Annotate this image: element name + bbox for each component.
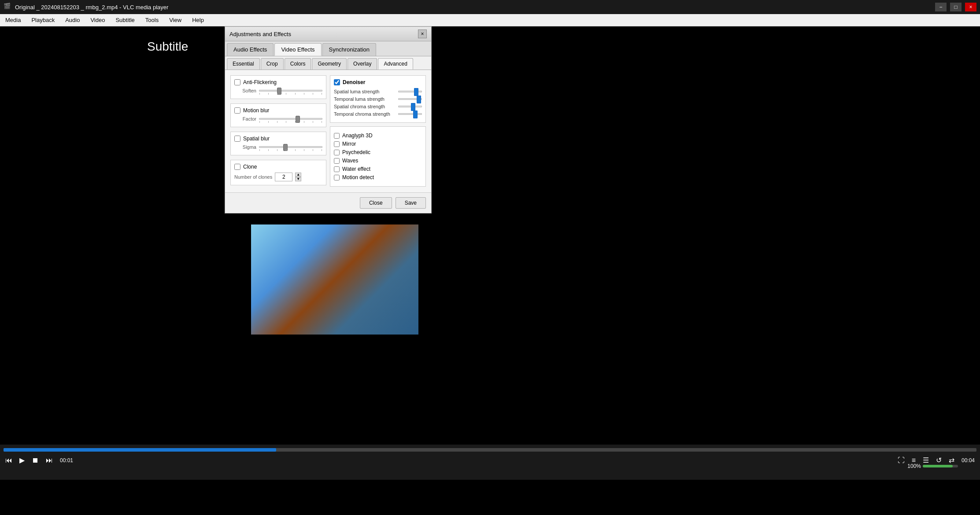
progress-bar-fill — [4, 448, 276, 452]
minimize-button[interactable]: − — [935, 3, 947, 11]
main-area: Subtitle Adjustments and Effects × Audio… — [0, 26, 980, 480]
temporal-chroma-thumb[interactable] — [413, 110, 418, 118]
sub-tab-colors[interactable]: Colors — [285, 58, 311, 70]
menu-subtitle[interactable]: Subtitle — [114, 16, 136, 24]
effects-checkbox-section: Anaglyph 3D Mirror Psychedelic Wave — [330, 126, 426, 187]
spatial-blur-section: Spatial blur Sigma — [230, 132, 326, 155]
maximize-button[interactable]: □ — [950, 3, 962, 11]
volume-fill — [923, 465, 953, 467]
play-button[interactable]: ▶ — [18, 455, 26, 465]
anaglyph-item: Anaglyph 3D — [334, 132, 422, 139]
stop-button[interactable]: ⏹ — [30, 456, 41, 465]
temporal-chroma-track[interactable] — [398, 113, 422, 115]
sigma-slider-row: Sigma — [234, 144, 322, 150]
soften-label: Soften — [234, 88, 256, 93]
denoiser-header: Denoiser — [334, 79, 422, 85]
menu-help[interactable]: Help — [190, 16, 206, 24]
temporal-luma-thumb[interactable] — [417, 96, 421, 103]
spatial-chroma-track[interactable] — [398, 106, 422, 107]
mirror-checkbox[interactable] — [334, 141, 340, 147]
spatial-luma-thumb[interactable] — [414, 88, 418, 96]
denoiser-label: Denoiser — [343, 79, 365, 85]
volume-container: 100% — [907, 463, 958, 469]
clone-section: Clone Number of clones ▲ ▼ — [230, 160, 326, 185]
sub-tab-overlay[interactable]: Overlay — [348, 58, 377, 70]
progress-bar-container[interactable] — [4, 448, 976, 452]
anti-flickering-checkbox[interactable] — [234, 79, 240, 85]
dialog-close-button[interactable]: × — [418, 29, 427, 38]
motion-detect-item: Motion detect — [334, 174, 422, 180]
right-panel: Denoiser Spatial luma strength Temporal … — [330, 75, 426, 187]
denoiser-section: Denoiser Spatial luma strength Temporal … — [330, 75, 426, 123]
vlc-icon: 🎬 — [4, 3, 12, 11]
motion-blur-label: Motion blur — [243, 107, 269, 114]
spinner-up-button[interactable]: ▲ — [295, 173, 301, 177]
anti-flickering-section: Anti-Flickering Soften — [230, 75, 326, 99]
dialog-titlebar: Adjustments and Effects × — [225, 27, 431, 41]
sigma-track[interactable] — [259, 146, 322, 148]
tab-audio-effects[interactable]: Audio Effects — [227, 43, 274, 56]
spatial-chroma-row: Spatial chroma strength — [334, 104, 422, 109]
temporal-luma-track[interactable] — [398, 98, 422, 100]
mirror-item: Mirror — [334, 141, 422, 147]
water-effect-checkbox[interactable] — [334, 166, 340, 172]
menu-view[interactable]: View — [167, 16, 183, 24]
water-effect-label: Water effect — [342, 166, 370, 172]
spatial-chroma-label: Spatial chroma strength — [334, 104, 396, 109]
sub-tab-advanced[interactable]: Advanced — [378, 58, 413, 70]
menu-media[interactable]: Media — [4, 16, 22, 24]
left-panel: Anti-Flickering Soften — [230, 75, 326, 187]
save-button[interactable]: Save — [396, 197, 426, 209]
clone-count-input[interactable] — [275, 173, 292, 181]
controls-bar: ⏮ ▶ ⏹ ⏭ 00:01 ⛶ ≡ ☰ ↺ ⇄ 100% 00:04 — [0, 445, 980, 480]
spinner-down-button[interactable]: ▼ — [295, 177, 301, 181]
temporal-luma-row: Temporal luma strength — [334, 96, 422, 102]
motion-blur-section: Motion blur Factor — [230, 103, 326, 127]
anaglyph-checkbox[interactable] — [334, 133, 340, 139]
menu-playback[interactable]: Playback — [30, 16, 56, 24]
spatial-luma-label: Spatial luma strength — [334, 89, 396, 94]
spatial-blur-checkbox[interactable] — [234, 136, 240, 142]
clone-count-row: Number of clones ▲ ▼ — [234, 173, 322, 181]
mirror-label: Mirror — [342, 141, 356, 147]
spatial-luma-track[interactable] — [398, 91, 422, 92]
spatial-blur-row: Spatial blur — [234, 136, 322, 142]
anaglyph-label: Anaglyph 3D — [342, 132, 373, 139]
soften-track[interactable] — [259, 90, 322, 92]
menu-video[interactable]: Video — [89, 16, 107, 24]
menu-tools[interactable]: Tools — [144, 16, 160, 24]
waves-checkbox[interactable] — [334, 158, 340, 164]
spatial-chroma-thumb[interactable] — [411, 103, 415, 111]
sub-tab-geometry[interactable]: Geometry — [312, 58, 347, 70]
clone-checkbox[interactable] — [234, 164, 240, 170]
fullscreen-button[interactable]: ⛶ — [896, 456, 906, 465]
window-close-button[interactable]: × — [965, 3, 976, 11]
anti-flickering-row: Anti-Flickering — [234, 79, 322, 85]
menubar: Media Playback Audio Video Subtitle Tool… — [0, 14, 980, 26]
spatial-luma-row: Spatial luma strength — [334, 89, 422, 94]
previous-button[interactable]: ⏮ — [4, 456, 14, 465]
tab-synchronization[interactable]: Synchronization — [322, 43, 377, 56]
close-button[interactable]: Close — [360, 197, 392, 209]
denoiser-checkbox[interactable] — [334, 79, 340, 85]
motion-detect-label: Motion detect — [342, 174, 374, 180]
factor-slider-row: Factor — [234, 116, 322, 121]
waves-label: Waves — [342, 158, 358, 164]
factor-track[interactable] — [259, 118, 322, 120]
waves-item: Waves — [334, 158, 422, 164]
temporal-luma-label: Temporal luma strength — [334, 96, 396, 102]
motion-detect-checkbox[interactable] — [334, 175, 340, 180]
motion-blur-checkbox[interactable] — [234, 107, 240, 114]
dialog-title: Adjustments and Effects — [229, 31, 291, 37]
sub-tab-crop[interactable]: Crop — [261, 58, 284, 70]
menu-audio[interactable]: Audio — [63, 16, 81, 24]
volume-bar[interactable] — [923, 465, 958, 467]
next-button[interactable]: ⏭ — [44, 456, 55, 465]
tab-video-effects[interactable]: Video Effects — [274, 43, 321, 56]
adjustments-dialog: Adjustments and Effects × Audio Effects … — [225, 26, 432, 213]
sub-tab-essential[interactable]: Essential — [227, 58, 260, 70]
sigma-ticks — [259, 149, 322, 151]
dialog-content: Anti-Flickering Soften — [225, 70, 431, 192]
psychedelic-checkbox[interactable] — [334, 150, 340, 155]
anti-flickering-label: Anti-Flickering — [243, 79, 277, 85]
